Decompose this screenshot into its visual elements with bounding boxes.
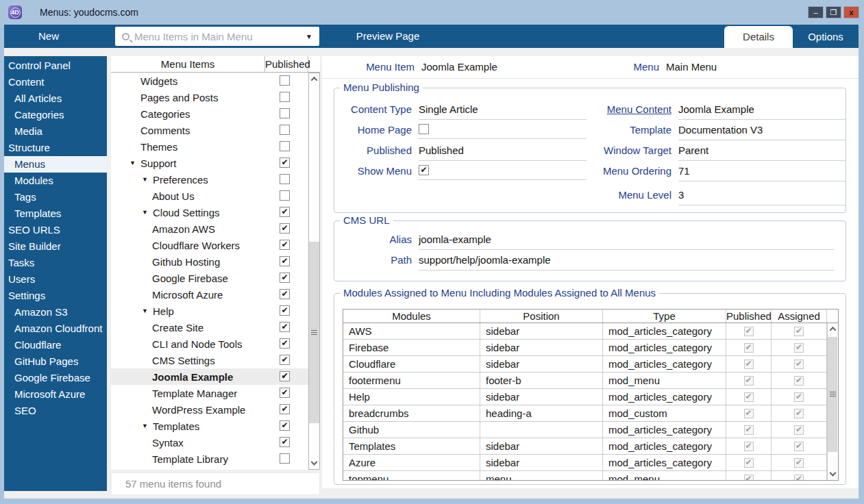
maximize-button[interactable]: ❐ bbox=[826, 6, 841, 18]
tree-scrollbar-thumb[interactable] bbox=[309, 242, 319, 423]
expander-icon[interactable]: ▼ bbox=[142, 176, 153, 183]
table-row-breadcrumbs[interactable]: breadcrumbsheading-amod_custom bbox=[343, 405, 827, 422]
path-value[interactable]: support/help/joomla-example bbox=[419, 253, 834, 270]
sidebar-item-templates[interactable]: Templates bbox=[4, 205, 107, 222]
menu-search-input[interactable] bbox=[134, 31, 301, 42]
published-checkbox[interactable] bbox=[280, 75, 290, 86]
expander-icon[interactable]: ▼ bbox=[142, 209, 153, 216]
home-page-checkbox[interactable] bbox=[419, 124, 429, 134]
published-checkbox[interactable] bbox=[280, 388, 290, 398]
tree-row-about-us[interactable]: About Us bbox=[111, 188, 308, 204]
sidebar-item-microsoft-azure[interactable]: Microsoft Azure bbox=[4, 386, 107, 403]
sidebar-item-seo-urls[interactable]: SEO URLS bbox=[4, 222, 107, 238]
published-checkbox[interactable] bbox=[280, 453, 290, 464]
sidebar-item-tags[interactable]: Tags bbox=[4, 189, 107, 205]
show-menu-checkbox[interactable] bbox=[419, 165, 429, 175]
scroll-up-icon[interactable] bbox=[828, 323, 838, 334]
menu-search-combo[interactable]: ▼ bbox=[115, 27, 319, 46]
chevron-down-icon[interactable]: ▼ bbox=[306, 33, 312, 40]
tab-options[interactable]: Options bbox=[793, 26, 859, 48]
sidebar-item-tasks[interactable]: Tasks bbox=[4, 255, 107, 271]
table-row-templates[interactable]: Templatessidebarmod_articles_category bbox=[343, 438, 827, 455]
menu-value[interactable]: Main Menu bbox=[666, 56, 717, 79]
column-header-modules[interactable]: Modules bbox=[343, 310, 480, 323]
published-checkbox[interactable] bbox=[280, 256, 290, 266]
tree-row-categories[interactable]: Categories bbox=[111, 105, 308, 122]
published-checkbox[interactable] bbox=[280, 207, 290, 217]
table-row-github[interactable]: Githubmod_articles_category bbox=[343, 422, 827, 438]
new-button[interactable]: New bbox=[32, 25, 66, 48]
sidebar-item-amazon-s3[interactable]: Amazon S3 bbox=[4, 304, 107, 320]
tree-row-widgets[interactable]: Widgets bbox=[111, 73, 308, 89]
sidebar-item-cloudflare[interactable]: Cloudflare bbox=[4, 337, 107, 353]
tree-row-comments[interactable]: Comments bbox=[111, 122, 308, 138]
published-checkbox[interactable] bbox=[280, 305, 290, 316]
sidebar-item-all-articles[interactable]: All Articles bbox=[4, 90, 107, 107]
minimize-button[interactable]: – bbox=[808, 6, 824, 18]
published-checkbox[interactable] bbox=[280, 322, 290, 332]
tab-details[interactable]: Details bbox=[724, 26, 793, 48]
published-checkbox[interactable] bbox=[280, 289, 290, 299]
column-header-assigned[interactable]: Assigned bbox=[772, 310, 827, 323]
published-checkbox[interactable] bbox=[280, 125, 290, 135]
tree-scrollbar[interactable] bbox=[308, 73, 320, 470]
column-header-position[interactable]: Position bbox=[480, 310, 603, 323]
close-button[interactable]: x bbox=[843, 6, 859, 18]
menu-content-value[interactable]: Joomla Example bbox=[678, 102, 846, 120]
tree-row-google-firebase[interactable]: Google Firebase bbox=[111, 270, 308, 286]
expander-icon[interactable]: ▼ bbox=[142, 423, 153, 429]
template-value[interactable]: Documentation V3 bbox=[678, 123, 846, 140]
modules-table-scrollbar[interactable] bbox=[827, 323, 838, 480]
tree-row-create-site[interactable]: Create Site bbox=[111, 319, 308, 336]
alias-value[interactable]: joomla-example bbox=[419, 232, 834, 250]
published-checkbox[interactable] bbox=[280, 240, 290, 250]
published-checkbox[interactable] bbox=[280, 223, 290, 234]
published-column-header[interactable]: Published bbox=[265, 56, 308, 72]
sidebar-item-media[interactable]: Media bbox=[4, 123, 107, 140]
published-checkbox[interactable] bbox=[280, 174, 290, 184]
table-row-azure[interactable]: Azuresidebarmod_articles_category bbox=[343, 455, 827, 471]
scroll-down-icon[interactable] bbox=[309, 458, 319, 469]
published-checkbox[interactable] bbox=[280, 404, 290, 414]
tree-row-cloud-settings[interactable]: ▼Cloud Settings bbox=[111, 204, 308, 220]
sidebar-item-settings[interactable]: Settings bbox=[4, 288, 107, 304]
table-row-cloudflare[interactable]: Cloudflaresidebarmod_articles_category bbox=[343, 356, 827, 373]
tree-row-cloudflare-workers[interactable]: Cloudflare Workers bbox=[111, 237, 308, 253]
sidebar-item-users[interactable]: Users bbox=[4, 271, 107, 288]
published-checkbox[interactable] bbox=[280, 338, 290, 349]
tree-row-help[interactable]: ▼Help bbox=[111, 303, 308, 319]
tree-row-joomla-example[interactable]: Joomla Example bbox=[111, 368, 308, 385]
tree-row-microsoft-azure[interactable]: Microsoft Azure bbox=[111, 286, 308, 303]
expander-icon[interactable]: ▼ bbox=[142, 307, 153, 314]
sidebar-item-menus[interactable]: Menus bbox=[4, 156, 107, 173]
modules-scrollbar-thumb[interactable] bbox=[828, 337, 837, 452]
sidebar-item-github-pages[interactable]: GitHub Pages bbox=[4, 353, 107, 370]
tree-row-wordpress-example[interactable]: WordPress Example bbox=[111, 401, 308, 418]
table-row-aws[interactable]: AWSsidebarmod_articles_category bbox=[343, 323, 827, 340]
published-checkbox[interactable] bbox=[280, 437, 290, 447]
menu-ordering-value[interactable]: 71 bbox=[678, 164, 846, 181]
menu-content-label[interactable]: Menu Content bbox=[554, 102, 671, 115]
sidebar-item-google-firebase[interactable]: Google Firebase bbox=[4, 370, 107, 386]
tree-row-amazon-aws[interactable]: Amazon AWS bbox=[111, 220, 308, 237]
tree-row-pages-and-posts[interactable]: Pages and Posts bbox=[111, 89, 308, 105]
published-checkbox[interactable] bbox=[280, 190, 290, 201]
expander-icon[interactable]: ▼ bbox=[129, 160, 140, 166]
published-checkbox[interactable] bbox=[280, 420, 290, 431]
sidebar-item-modules[interactable]: Modules bbox=[4, 173, 107, 189]
column-header-type[interactable]: Type bbox=[603, 310, 726, 323]
sidebar-item-seo[interactable]: SEO bbox=[4, 403, 107, 419]
scroll-up-icon[interactable] bbox=[309, 73, 319, 84]
tree-row-github-hosting[interactable]: Github Hosting bbox=[111, 253, 308, 270]
menu-items-column-header[interactable]: Menu Items bbox=[111, 56, 265, 72]
table-row-help[interactable]: Helpsidebarmod_articles_category bbox=[343, 389, 827, 405]
tree-row-template-library[interactable]: Template Library bbox=[111, 451, 308, 467]
tree-row-cli-and-node-tools[interactable]: CLI and Node Tools bbox=[111, 336, 308, 352]
published-checkbox[interactable] bbox=[280, 92, 290, 102]
tree-row-cms-settings[interactable]: CMS Settings bbox=[111, 352, 308, 368]
table-row-topmenu[interactable]: topmenumenumod_menu bbox=[343, 471, 827, 480]
table-row-firebase[interactable]: Firebasesidebarmod_articles_category bbox=[343, 340, 827, 356]
menu-item-value[interactable]: Joomla Example bbox=[421, 56, 497, 79]
tree-row-preferences[interactable]: ▼Preferences bbox=[111, 171, 308, 188]
tree-row-support[interactable]: ▼Support bbox=[111, 155, 308, 171]
